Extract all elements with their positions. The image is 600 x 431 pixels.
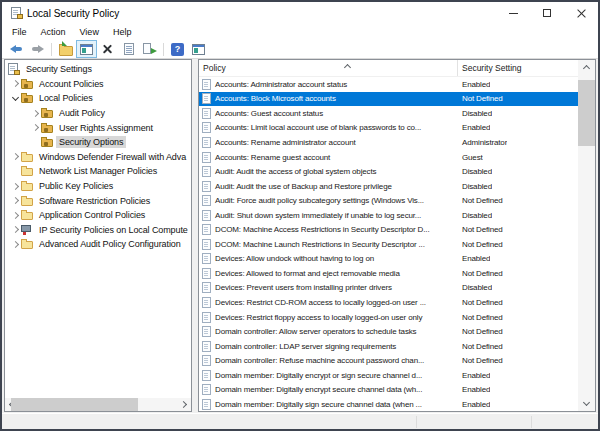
chevron-right-icon <box>31 110 38 117</box>
tree-item-label: Security Options <box>56 136 126 148</box>
scroll-down-button[interactable] <box>578 396 595 411</box>
policy-row[interactable]: Audit: Audit the access of global system… <box>199 164 578 179</box>
policy-row[interactable]: Domain controller: Allow server operator… <box>199 324 578 339</box>
policy-row[interactable]: Accounts: Rename administrator accountAd… <box>199 135 578 150</box>
policy-row[interactable]: Domain controller: LDAP server signing r… <box>199 339 578 354</box>
policy-row[interactable]: Domain member: Digitally encrypt or sign… <box>199 368 578 383</box>
column-header-policy[interactable]: Policy <box>199 60 458 76</box>
expander-slot[interactable] <box>9 227 21 232</box>
folder-icon <box>21 168 33 176</box>
vertical-scrollbar[interactable] <box>578 60 595 411</box>
policy-row[interactable]: Domain member: Digitally sign secure cha… <box>199 397 578 411</box>
expander-slot[interactable] <box>29 125 41 130</box>
up-one-level-button[interactable] <box>56 41 75 57</box>
tree-item-advanced-audit-policy-configuration[interactable]: Advanced Audit Policy Configuration <box>5 237 191 252</box>
policy-row[interactable]: Devices: Restrict CD-ROM access to local… <box>199 295 578 310</box>
policy-row[interactable]: Audit: Audit the use of Backup and Resto… <box>199 179 578 194</box>
policy-row[interactable]: Devices: Allow undock without having to … <box>199 252 578 267</box>
policy-row[interactable]: Accounts: Rename guest accountGuest <box>199 150 578 165</box>
column-header-security-setting[interactable]: Security Setting <box>458 60 578 76</box>
up-one-level-icon <box>59 46 73 56</box>
policy-row[interactable]: Domain controller: Refuse machine accoun… <box>199 353 578 368</box>
show-console-tree-button[interactable] <box>77 41 96 57</box>
menu-item-help[interactable]: Help <box>106 27 139 37</box>
expander-slot[interactable] <box>9 242 21 247</box>
policy-row[interactable]: DCOM: Machine Launch Restrictions in Sec… <box>199 237 578 252</box>
policy-document-icon <box>202 355 211 366</box>
chevron-right-icon <box>11 241 18 248</box>
tree-item-label: Public Key Policies <box>36 180 116 192</box>
policy-row[interactable]: Devices: Allowed to format and eject rem… <box>199 266 578 281</box>
tree-item-public-key-policies[interactable]: Public Key Policies <box>5 179 191 194</box>
tree-item-label: Account Policies <box>36 78 106 90</box>
scroll-up-button[interactable] <box>578 60 595 75</box>
policy-row[interactable]: Audit: Shut down system immediately if u… <box>199 208 578 223</box>
expander-slot[interactable] <box>29 111 41 116</box>
tree-item-label: User Rights Assignment <box>56 122 156 134</box>
policy-document-icon <box>202 181 211 192</box>
tree-item-audit-policy[interactable]: Audit Policy <box>5 106 191 121</box>
tree-item-user-rights-assignment[interactable]: User Rights Assignment <box>5 120 191 135</box>
horizontal-scrollbar[interactable] <box>5 398 191 411</box>
policy-cell: Domain controller: Allow server operator… <box>199 326 458 337</box>
chevron-right-icon <box>180 401 187 408</box>
policy-row[interactable]: Accounts: Block Microsoft accountsNot De… <box>199 92 578 107</box>
security-setting-cell: Enabled <box>458 371 490 380</box>
tree-item-account-policies[interactable]: Account Policies <box>5 77 191 92</box>
security-setting-cell: Not Defined <box>458 196 503 205</box>
export-list-button[interactable] <box>140 41 159 57</box>
tree-item-ip-security-policies-on-local-compute[interactable]: IP Security Policies on Local Compute <box>5 223 191 238</box>
menu-item-action[interactable]: Action <box>34 27 73 37</box>
maximize-button[interactable] <box>530 2 564 24</box>
column-header-policy-label: Policy <box>203 63 226 73</box>
security-setting-cell: Enabled <box>458 400 490 409</box>
menu-item-view[interactable]: View <box>73 27 106 37</box>
expander-slot[interactable] <box>9 81 21 86</box>
back-arrow-button[interactable] <box>7 41 26 57</box>
tree-item-local-policies[interactable]: Local Policies <box>5 91 191 106</box>
forward-arrow-button[interactable] <box>28 41 47 57</box>
menu-item-file[interactable]: File <box>5 27 34 37</box>
policy-row[interactable]: Accounts: Guest account statusDisabled <box>199 106 578 121</box>
policy-cell: Accounts: Rename administrator account <box>199 137 458 148</box>
policy-row[interactable]: Audit: Force audit policy subcategory se… <box>199 193 578 208</box>
close-button[interactable] <box>564 2 598 24</box>
policy-name: Devices: Prevent users from installing p… <box>215 283 392 292</box>
policy-row[interactable]: Devices: Restrict floppy access to local… <box>199 310 578 325</box>
policy-name: Domain controller: LDAP server signing r… <box>215 342 396 351</box>
scroll-right-button[interactable] <box>178 398 191 411</box>
delete-button[interactable] <box>98 41 117 57</box>
tree-item-application-control-policies[interactable]: Application Control Policies <box>5 208 191 223</box>
chevron-right-icon <box>11 183 18 190</box>
tree-item-security-options[interactable]: Security Options <box>5 135 191 150</box>
tree-item-network-list-manager-policies[interactable]: Network List Manager Policies <box>5 164 191 179</box>
properties-button[interactable] <box>119 41 138 57</box>
expander-slot[interactable] <box>9 198 21 203</box>
policy-cell: Accounts: Rename guest account <box>199 152 458 163</box>
tree-item-software-restriction-policies[interactable]: Software Restriction Policies <box>5 193 191 208</box>
security-setting-cell: Enabled <box>458 80 490 89</box>
minimize-button[interactable] <box>496 2 530 24</box>
help-button[interactable] <box>168 41 187 57</box>
policy-row[interactable]: Accounts: Limit local account use of bla… <box>199 121 578 136</box>
tree-item-label: Security Settings <box>23 63 95 75</box>
window-title: Local Security Policy <box>27 8 119 19</box>
policy-row[interactable]: Devices: Prevent users from installing p… <box>199 281 578 296</box>
ipsec-icon <box>21 224 33 235</box>
expander-slot[interactable] <box>9 97 21 100</box>
policy-row[interactable]: Accounts: Administrator account statusEn… <box>199 77 578 92</box>
policy-row[interactable]: Domain member: Digitally encrypt secure … <box>199 382 578 397</box>
show-action-pane-button[interactable] <box>189 41 208 57</box>
vertical-scroll-thumb[interactable] <box>578 80 595 146</box>
policy-document-icon <box>202 326 211 337</box>
tree-item-security-settings[interactable]: Security Settings <box>5 62 191 77</box>
policy-row[interactable]: DCOM: Machine Access Restrictions in Sec… <box>199 222 578 237</box>
horizontal-scroll-thumb[interactable] <box>11 398 138 411</box>
security-setting-cell: Disabled <box>458 211 492 220</box>
tree-item-windows-defender-firewall-with-adva[interactable]: Windows Defender Firewall with Adva <box>5 150 191 165</box>
chevron-down-icon <box>583 399 590 406</box>
expander-slot[interactable] <box>9 213 21 218</box>
expander-slot[interactable] <box>9 154 21 159</box>
tree-item-label: Software Restriction Policies <box>36 195 153 207</box>
expander-slot[interactable] <box>9 184 21 189</box>
